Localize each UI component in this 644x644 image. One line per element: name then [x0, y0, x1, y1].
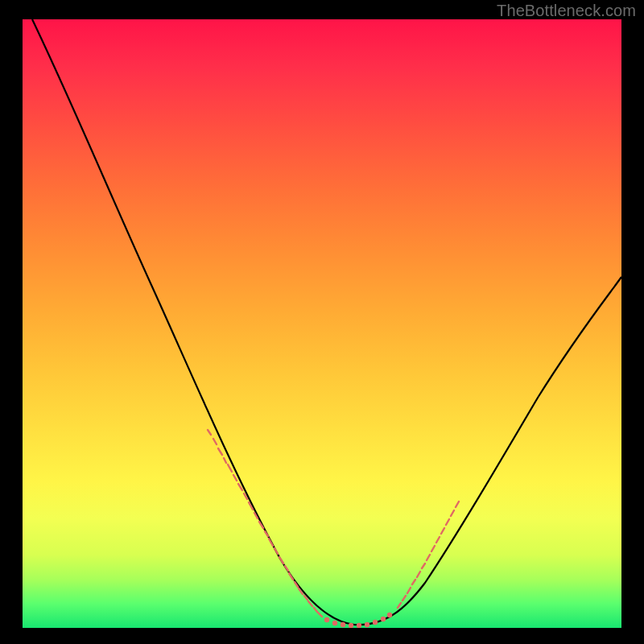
- svg-point-5: [365, 622, 369, 627]
- svg-point-1: [332, 621, 337, 625]
- plot-area: [23, 19, 621, 628]
- svg-point-6: [373, 620, 378, 625]
- valley-scatter: [324, 613, 392, 628]
- svg-point-3: [349, 623, 353, 628]
- bottleneck-curve: [23, 19, 621, 628]
- chart-frame: TheBottleneck.com: [0, 0, 644, 644]
- svg-point-7: [381, 617, 386, 621]
- svg-point-8: [387, 613, 392, 617]
- watermark-label: TheBottleneck.com: [497, 2, 636, 20]
- svg-point-2: [341, 622, 345, 627]
- svg-point-0: [324, 617, 329, 622]
- svg-point-4: [357, 623, 361, 628]
- left-noise-band: [208, 430, 322, 617]
- main-curve-path: [32, 19, 621, 625]
- right-noise-band: [398, 502, 459, 608]
